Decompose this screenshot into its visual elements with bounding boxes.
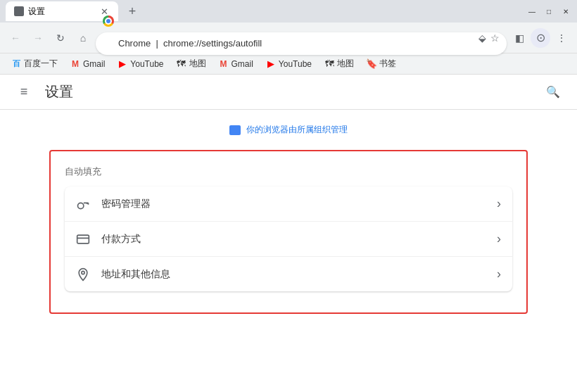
page-header: ≡ 设置 🔍: [0, 75, 577, 110]
search-button[interactable]: 🔍: [540, 80, 566, 105]
autofill-section-title: 自动填充: [65, 165, 512, 178]
profile-button[interactable]: ⊙: [531, 28, 550, 48]
bookmark-icon[interactable]: ☆: [490, 32, 500, 44]
notification-link[interactable]: 你的浏览器由所属组织管理: [229, 124, 348, 136]
address-wrap: ⬙ ☆: [96, 21, 507, 55]
org-icon: [229, 125, 241, 135]
payment-methods-item[interactable]: 付款方式 ›: [65, 222, 512, 257]
addressbar: ← → ↻ ⌂ ⬙ ☆ ◧ ⊙ ⋮: [0, 23, 577, 53]
site-icon: [103, 15, 114, 27]
address-arrow: ›: [497, 267, 501, 282]
bookmark-gmail1[interactable]: M Gmail: [65, 56, 110, 72]
active-tab[interactable]: 设置 ✕: [6, 1, 118, 21]
bookmarks-bar: 百 百度一下 M Gmail ▶ YouTube 🗺 地图 M Gmail ▶ …: [0, 53, 577, 75]
password-arrow: ›: [497, 196, 501, 211]
address-info-item[interactable]: 地址和其他信息 ›: [65, 257, 512, 291]
notification-bar: 你的浏览器由所属组织管理: [11, 121, 566, 139]
gmail-icon2: M: [219, 59, 229, 69]
bookmark-label: Gmail: [83, 59, 105, 69]
bookmark-label: YouTube: [279, 59, 312, 69]
svg-rect-4: [77, 235, 89, 244]
window-controls: — □ ✕: [526, 6, 571, 17]
bookmark-label: 百度一下: [24, 58, 58, 70]
menu-button[interactable]: ⋮: [552, 28, 571, 48]
bookmark-label: Gmail: [232, 59, 253, 69]
bookmark-label: 地图: [337, 58, 354, 70]
hamburger-icon: ≡: [20, 84, 28, 99]
password-manager-item[interactable]: 密码管理器 ›: [65, 186, 512, 222]
location-icon: [76, 267, 90, 282]
bookmarks-icon: 🔖: [367, 59, 376, 69]
bookmark-label: 地图: [189, 58, 206, 70]
svg-point-0: [78, 203, 84, 208]
bookmark-youtube1[interactable]: ▶ YouTube: [112, 56, 169, 72]
bookmark-label: YouTube: [130, 59, 163, 69]
refresh-button[interactable]: ↻: [51, 28, 70, 48]
youtube-icon1: ▶: [118, 59, 127, 69]
baidu-icon: 百: [11, 59, 21, 69]
search-icon: 🔍: [546, 85, 560, 99]
address-input[interactable]: [96, 32, 507, 55]
tab-title: 设置: [28, 6, 45, 18]
maps-icon2: 🗺: [324, 59, 334, 69]
toolbar-right: ◧ ⊙ ⋮: [509, 28, 571, 48]
page-title: 设置: [45, 82, 73, 101]
main-content: ≡ 设置 🔍 你的浏览器由所属组织管理 自动填充: [0, 75, 577, 392]
payment-arrow: ›: [497, 232, 501, 246]
settings-content: 你的浏览器由所属组织管理 自动填充: [0, 110, 577, 392]
bookmark-youtube2[interactable]: ▶ YouTube: [260, 56, 317, 72]
bookmark-map1[interactable]: 🗺 地图: [171, 55, 212, 72]
back-button[interactable]: ←: [6, 28, 25, 48]
gmail-icon1: M: [70, 59, 80, 69]
new-tab-button[interactable]: +: [122, 1, 142, 21]
maps-icon1: 🗺: [177, 59, 186, 69]
extensions-button[interactable]: ◧: [509, 28, 529, 48]
bookmark-baiduyixia[interactable]: 百 百度一下: [6, 55, 63, 72]
tab-favicon: [14, 6, 24, 16]
titlebar-left: 设置 ✕ +: [6, 1, 142, 21]
autofill-container: 自动填充 密码管理器 ›: [49, 150, 528, 314]
password-manager-label: 密码管理器: [101, 198, 486, 210]
minimize-button[interactable]: —: [526, 6, 538, 17]
address-right-icons: ⬙ ☆: [478, 32, 500, 44]
payment-methods-label: 付款方式: [101, 233, 486, 246]
address-info-label: 地址和其他信息: [101, 268, 486, 281]
forward-button[interactable]: →: [28, 28, 48, 48]
home-button[interactable]: ⌂: [73, 28, 93, 48]
restore-button[interactable]: □: [543, 6, 554, 17]
autofill-card: 密码管理器 › 付款方式 ›: [65, 186, 512, 291]
bookmark-gmail2[interactable]: M Gmail: [213, 56, 259, 72]
bookmark-label: 书签: [379, 58, 396, 70]
bookmark-bookmarks[interactable]: 🔖 书签: [361, 55, 402, 72]
card-icon: [76, 232, 90, 246]
cast-icon[interactable]: ⬙: [478, 32, 486, 44]
bookmark-map2[interactable]: 🗺 地图: [319, 55, 360, 72]
hamburger-button[interactable]: ≡: [11, 80, 37, 105]
youtube-icon2: ▶: [266, 59, 276, 69]
close-button[interactable]: ✕: [560, 6, 571, 17]
key-icon: [76, 197, 90, 211]
notification-text: 你的浏览器由所属组织管理: [246, 124, 348, 136]
titlebar: 设置 ✕ + — □ ✕: [0, 0, 577, 23]
svg-point-6: [82, 271, 84, 274]
